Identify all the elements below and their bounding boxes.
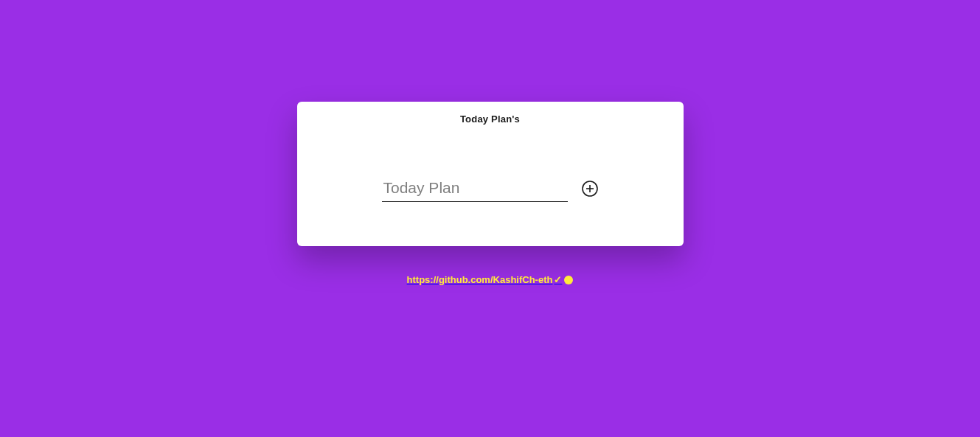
- check-icon: ✓: [554, 274, 562, 285]
- footer-github-link[interactable]: https://github.com/KashifCh-eth ✓: [407, 274, 574, 285]
- plan-card: Today Plan's: [297, 102, 684, 246]
- dot-icon: [564, 276, 573, 284]
- card-title: Today Plan's: [460, 113, 520, 125]
- plus-circle-icon: [581, 180, 599, 197]
- footer-link-text: https://github.com/KashifCh-eth: [407, 274, 553, 285]
- add-button[interactable]: [581, 180, 599, 197]
- input-row: [382, 175, 599, 202]
- plan-input[interactable]: [382, 175, 568, 202]
